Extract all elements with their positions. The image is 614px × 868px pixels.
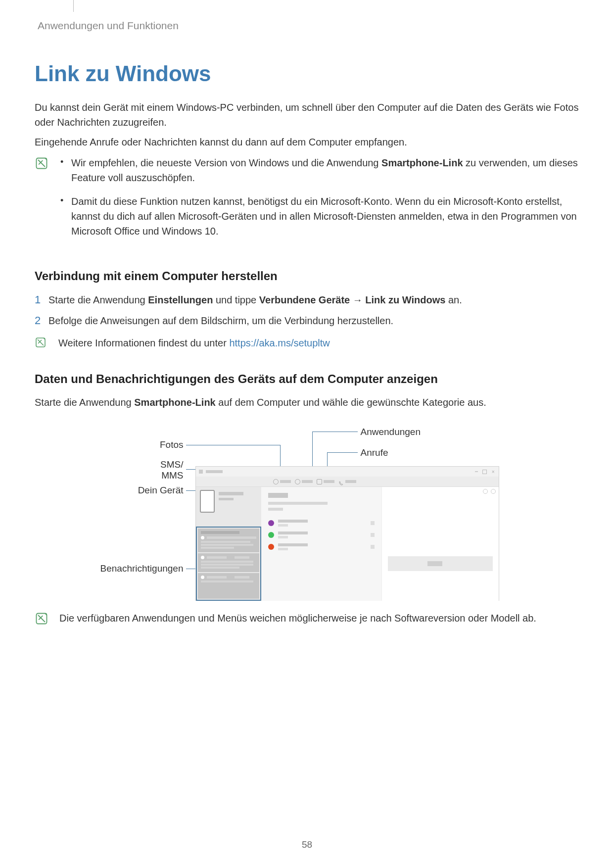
info-note-icon — [35, 337, 47, 348]
app-tabbar — [196, 477, 499, 487]
intro-paragraph-1: Du kannst dein Gerät mit einem Windows-P… — [35, 100, 579, 130]
subheading-connect: Verbindung mit einem Computer herstellen — [35, 269, 579, 283]
note-icon — [35, 612, 48, 627]
app-diagram: Fotos SMS/ MMS Dein Gerät Benachrichtigu… — [94, 420, 520, 603]
info-note-icon — [35, 612, 48, 626]
note2-text: Weitere Informationen findest du unter — [58, 338, 229, 348]
note-icon — [35, 337, 47, 350]
app-titlebar: × — [196, 467, 499, 477]
app-main-list — [261, 487, 381, 601]
page-title: Link zu Windows — [35, 61, 579, 86]
subheading-data: Daten und Benachrichtigungen des Geräts … — [35, 372, 579, 386]
notification-card[interactable] — [198, 529, 259, 552]
page-rule — [73, 0, 74, 12]
step-1: Starte die Anwendung Einstellungen und t… — [35, 292, 579, 308]
label-sms: SMS/ MMS — [160, 459, 183, 481]
note1-bullet-2: Damit du diese Funktion nutzen kannst, b… — [57, 194, 579, 239]
settings-icon[interactable] — [491, 489, 496, 494]
tab-apps-icon[interactable] — [317, 479, 322, 484]
more-icon[interactable] — [483, 489, 488, 494]
label-apps: Anwendungen — [361, 427, 421, 437]
app-detail-pane — [381, 487, 499, 601]
step-2: Befolge die Anweisungen auf dem Bildschi… — [35, 313, 579, 329]
intro-paragraph-2: Eingehende Anrufe oder Nachrichten kanns… — [35, 135, 579, 149]
app-sidebar — [196, 487, 261, 601]
tab-photos-icon[interactable] — [273, 479, 279, 484]
minimize-icon[interactable] — [475, 471, 478, 472]
close-icon[interactable]: × — [492, 469, 495, 475]
notification-card[interactable] — [198, 553, 259, 572]
setup-link[interactable]: https://aka.ms/setupltw — [229, 338, 330, 348]
notification-card[interactable] — [198, 573, 259, 599]
tab-messages-icon[interactable] — [295, 479, 300, 484]
tab-calls-icon[interactable] — [338, 481, 343, 486]
note-block-2: Weitere Informationen findest du unter h… — [35, 336, 579, 350]
content-placeholder — [388, 556, 493, 571]
note-block-3: Die verfügbaren Anwendungen und Menüs we… — [35, 611, 579, 627]
note3-text: Die verfügbaren Anwendungen und Menüs we… — [59, 611, 579, 626]
page-number: 58 — [0, 839, 614, 850]
note1-bullet-1: Wir empfehlen, die neueste Version von W… — [57, 155, 579, 185]
device-thumbnail — [200, 490, 215, 513]
label-calls: Anrufe — [361, 447, 388, 458]
list-item[interactable] — [268, 531, 375, 538]
app-window: × — [195, 466, 499, 601]
label-fotos: Fotos — [160, 439, 184, 450]
breadcrumb: Anwendungen und Funktionen — [38, 20, 579, 32]
note-block-1: Wir empfehlen, die neueste Version von W… — [35, 155, 579, 247]
maximize-icon[interactable] — [482, 470, 487, 474]
label-notifications: Benachrichtigungen — [100, 563, 184, 574]
list-item[interactable] — [268, 520, 375, 527]
sub2-paragraph: Starte die Anwendung Smartphone-Link auf… — [35, 395, 579, 410]
label-device: Dein Gerät — [138, 485, 184, 496]
notifications-panel — [196, 527, 261, 601]
info-note-icon — [35, 156, 48, 170]
list-item[interactable] — [268, 543, 375, 550]
note-icon — [35, 156, 49, 247]
